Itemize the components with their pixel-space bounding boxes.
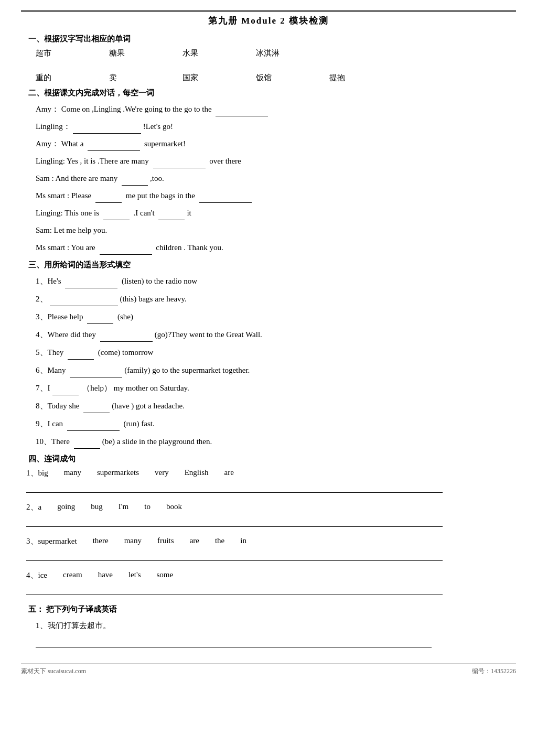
word: to [144, 502, 151, 512]
word: 1、big [26, 468, 48, 478]
answer-line [26, 585, 443, 595]
word: many [124, 536, 142, 546]
blank [70, 377, 122, 377]
footer: 素材天下 sucaisucai.com 编号：14352226 [21, 663, 516, 676]
word: there [93, 536, 109, 546]
dialog-line: Lingling: Yes , it is .There are many ov… [21, 154, 516, 168]
vocab-item: 提抱 [329, 73, 371, 83]
word: 2、a [26, 502, 41, 512]
vocab-item: 超市 [36, 48, 78, 58]
blank [122, 185, 148, 186]
section5: 五： 把下列句子译成英语 1、我们打算去超市。 [21, 604, 516, 647]
blank [153, 168, 206, 168]
dialog-line: Amy： What a supermarket! [21, 137, 516, 151]
exercise-line: 4、Where did they (go)?They went to the G… [21, 328, 516, 342]
answer-line [26, 516, 443, 527]
exercise-line: 10、There (be) a slide in the playground … [21, 435, 516, 449]
vocab-item: 水果 [182, 48, 224, 58]
word: very [155, 468, 169, 478]
blank [87, 323, 113, 324]
dialog-line: Ms smart : Please me put the bags in the [21, 189, 516, 203]
vocab-item: 糖果 [109, 48, 151, 58]
exercise-line: 2、(this) bags are heavy. [21, 292, 516, 306]
reorder-item2: 2、a going bug I'm to book [21, 502, 516, 527]
exercise-line: 5、They (come) tomorrow [21, 345, 516, 360]
word: cream [63, 570, 82, 580]
dialog-line: Amy： Come on ,Lingling .We're going to t… [21, 102, 516, 116]
reorder-item4: 4、ice cream have let's some [21, 570, 516, 595]
blank [216, 116, 268, 116]
word: some [157, 570, 174, 580]
blank [95, 202, 122, 203]
vocab-item: 卖 [109, 73, 151, 83]
dialog-line: Lingling：!Let's go! [21, 120, 516, 134]
word: going [57, 502, 75, 512]
exercise-line: 7、I （help） my mother on Saturday. [21, 381, 516, 395]
word: are [190, 536, 199, 546]
dialog-line: Ms smart : You are children . Thank you. [21, 241, 516, 255]
blank [74, 448, 100, 449]
blank [73, 133, 141, 134]
blank [83, 413, 110, 413]
section4: 四、连词成句 1、big many supermarkets very Engl… [21, 454, 516, 595]
footer-code: 编号：14352226 [472, 667, 516, 676]
word: let's [128, 570, 141, 580]
blank [100, 254, 152, 255]
vocab-item: 饭馆 [256, 73, 298, 83]
reorder-item1: 1、big many supermarkets very English are [21, 468, 516, 493]
dialog-line: Sam: Let me help you. [21, 223, 516, 237]
word: are [224, 468, 233, 478]
page-title: 第九册 Module 2 模块检测 [21, 15, 516, 27]
vocab-item: 冰淇淋 [256, 48, 298, 58]
word: fruits [157, 536, 174, 546]
exercise-line: 1、He's (listen) to the radio now [21, 274, 516, 288]
vocab-item: 重的 [36, 73, 78, 83]
word: 3、supermarket [26, 536, 77, 546]
vocab-item: 国家 [182, 73, 224, 83]
blank [88, 150, 140, 151]
section1-header: 一、根据汉字写出相应的单词 [21, 34, 516, 44]
word: English [185, 468, 209, 478]
blank [50, 306, 118, 306]
answer-line [26, 550, 443, 561]
blank [158, 220, 185, 220]
vocab-row2: 重的 卖 国家 饭馆 提抱 [21, 73, 516, 83]
exercise-line: 3、Please help (she) [21, 310, 516, 324]
blank [199, 202, 252, 203]
answer-line [36, 637, 432, 647]
section5-header: 五： 把下列句子译成英语 [21, 604, 516, 614]
section3-header: 三、用所给词的适当形式填空 [21, 260, 516, 270]
word: book [166, 502, 182, 512]
footer-source: 素材天下 sucaisucai.com [21, 667, 86, 676]
blank [52, 395, 79, 395]
translation-line: 1、我们打算去超市。 [21, 619, 516, 633]
word: I'm [119, 502, 128, 512]
answer-line [26, 482, 443, 493]
section3: 三、用所给词的适当形式填空 1、He's (listen) to the rad… [21, 260, 516, 449]
blank [65, 288, 117, 288]
word: have [98, 570, 113, 580]
word: bug [91, 502, 103, 512]
reorder-item3: 3、supermarket there many fruits are the … [21, 536, 516, 561]
section1: 一、根据汉字写出相应的单词 超市 糖果 水果 冰淇淋 重的 卖 国家 饭馆 提抱 [21, 34, 516, 83]
exercise-line: 8、Today she (have ) got a headache. [21, 399, 516, 413]
word: the [215, 536, 224, 546]
vocab-row1: 超市 糖果 水果 冰淇淋 [21, 48, 516, 58]
word: in [240, 536, 246, 546]
word: supermarkets [97, 468, 139, 478]
exercise-line: 6、Many (family) go to the supermarket to… [21, 363, 516, 377]
blank [100, 341, 153, 342]
dialog-line: Linging: This one is .I can't it [21, 206, 516, 220]
blank [67, 430, 120, 431]
word: 4、ice [26, 570, 47, 580]
section2-header: 二、根据课文内完成对话，每空一词 [21, 88, 516, 98]
blank [68, 359, 94, 360]
dialog-line: Sam : And there are many ,too. [21, 171, 516, 186]
word: many [64, 468, 81, 478]
blank [103, 220, 130, 220]
exercise-line: 9、I can (run) fast. [21, 417, 516, 431]
section4-header: 四、连词成句 [21, 454, 516, 464]
section2: 二、根据课文内完成对话，每空一词 Amy： Come on ,Lingling … [21, 88, 516, 255]
